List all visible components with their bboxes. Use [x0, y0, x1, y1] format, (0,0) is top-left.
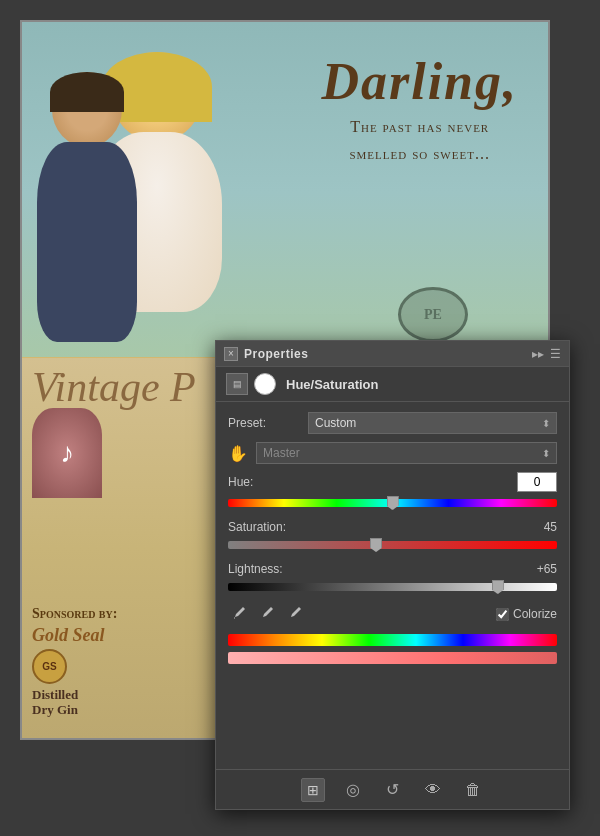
hue-slider-track[interactable]: [228, 496, 557, 510]
hue-value: 0: [534, 475, 541, 489]
lightness-slider-row: Lightness: +65: [228, 562, 557, 594]
trash-icon: 🗑: [465, 781, 481, 799]
channel-row: ✋ Master ⬍: [228, 442, 557, 464]
preset-label: Preset:: [228, 416, 308, 430]
delete-button[interactable]: 🗑: [461, 778, 485, 802]
poster-tagline-1: The past has never: [321, 116, 518, 138]
hue-slider-thumb[interactable]: [387, 496, 399, 510]
colorize-checkbox[interactable]: [496, 608, 509, 621]
dropdown-arrow-icon: ⬍: [542, 418, 550, 429]
close-button[interactable]: ×: [224, 347, 238, 361]
hue-label: Hue:: [228, 475, 253, 489]
colorize-checkbox-label[interactable]: Colorize: [496, 607, 557, 621]
panel-titlebar: × Properties ▸▸ ☰: [216, 341, 569, 367]
eyedropper-minus-button[interactable]: -: [284, 604, 304, 624]
channel-value: Master: [263, 446, 300, 460]
reset-button[interactable]: ↺: [381, 778, 405, 802]
svg-text:+: +: [268, 607, 272, 613]
channel-dropdown[interactable]: Master ⬍: [256, 442, 557, 464]
reset-icon: ↺: [386, 780, 399, 799]
visibility-button[interactable]: 👁: [421, 778, 445, 802]
product-name-2: Dry Gin: [32, 702, 117, 718]
lightness-slider-bg: [228, 583, 557, 591]
sponsored-section: Sponsored by: Gold Seal GS Distilled Dry…: [32, 606, 117, 718]
lightness-header: Lightness: +65: [228, 562, 557, 576]
close-icon: ×: [228, 348, 234, 359]
lightness-label: Lightness:: [228, 562, 283, 576]
poster-text-block: Darling, The past has never smelled so s…: [321, 52, 518, 166]
poster-top-section: Darling, The past has never smelled so s…: [22, 22, 548, 362]
saturation-slider-row: Saturation: 45: [228, 520, 557, 552]
new-layer-icon: ⊞: [307, 782, 319, 798]
svg-text:-: -: [296, 607, 298, 613]
adjustment-layer-icon: ▤: [226, 373, 248, 395]
hue-value-box[interactable]: 0: [517, 472, 557, 492]
person-man: [32, 72, 142, 352]
hue-slider-row: Hue: 0: [228, 472, 557, 510]
panel-title: Properties: [244, 347, 532, 361]
layer-section: ▤ Hue/Saturation: [216, 367, 569, 402]
brand-name: Gold Seal: [32, 625, 117, 646]
poster-background: Darling, The past has never smelled so s…: [0, 0, 600, 836]
colorize-label: Colorize: [513, 607, 557, 621]
properties-panel: × Properties ▸▸ ☰ ▤ Hue/Saturation Prese…: [215, 340, 570, 810]
lightness-slider-thumb[interactable]: [492, 580, 504, 594]
color-bar-pink: [228, 652, 557, 664]
color-bar-rainbow: [228, 634, 557, 646]
bottom-toolbar: ⊞ ◎ ↺ 👁 🗑: [216, 769, 569, 809]
lightness-value: +65: [537, 562, 557, 576]
view-button[interactable]: ◎: [341, 778, 365, 802]
preset-dropdown[interactable]: Custom ⬍: [308, 412, 557, 434]
new-layer-button[interactable]: ⊞: [301, 778, 325, 802]
layer-title: Hue/Saturation: [286, 377, 378, 392]
saturation-slider-thumb[interactable]: [370, 538, 382, 552]
poster-tagline-2: smelled so sweet...: [321, 143, 518, 165]
hue-header: Hue: 0: [228, 472, 557, 492]
saturation-slider-track[interactable]: [228, 538, 557, 552]
panel-controls: Preset: Custom ⬍ ✋ Master ⬍ Hue:: [216, 402, 569, 680]
color-bar-pink-row: [228, 652, 557, 664]
saturation-value: 45: [544, 520, 557, 534]
saturation-slider-bg: [228, 541, 557, 549]
color-bar-rainbow-row: [228, 634, 557, 646]
view-icon: ◎: [346, 780, 360, 799]
eyedropper-plus-button[interactable]: +: [256, 604, 276, 624]
colorize-row: + - Colorize: [228, 604, 557, 624]
panel-title-icons: ▸▸ ☰: [532, 347, 561, 361]
preset-value: Custom: [315, 416, 356, 430]
panel-menu-icon[interactable]: ☰: [550, 347, 561, 361]
saturation-label: Saturation:: [228, 520, 286, 534]
dropdown-arrow-channel-icon: ⬍: [542, 448, 550, 459]
poster-darling-text: Darling,: [321, 52, 518, 111]
preset-row: Preset: Custom ⬍: [228, 412, 557, 434]
lightness-slider-track[interactable]: [228, 580, 557, 594]
sponsored-label: Sponsored by:: [32, 606, 117, 622]
hand-tool-icon[interactable]: ✋: [228, 444, 256, 463]
layer-circle-icon: [254, 373, 276, 395]
expand-icon[interactable]: ▸▸: [532, 347, 544, 361]
saturation-header: Saturation: 45: [228, 520, 557, 534]
vintage-text: Vintage P: [32, 363, 196, 411]
dancing-couple: ♪: [32, 408, 112, 508]
eye-icon: 👁: [425, 781, 441, 799]
product-name-1: Distilled: [32, 687, 117, 703]
eyedropper-button[interactable]: [228, 604, 248, 624]
